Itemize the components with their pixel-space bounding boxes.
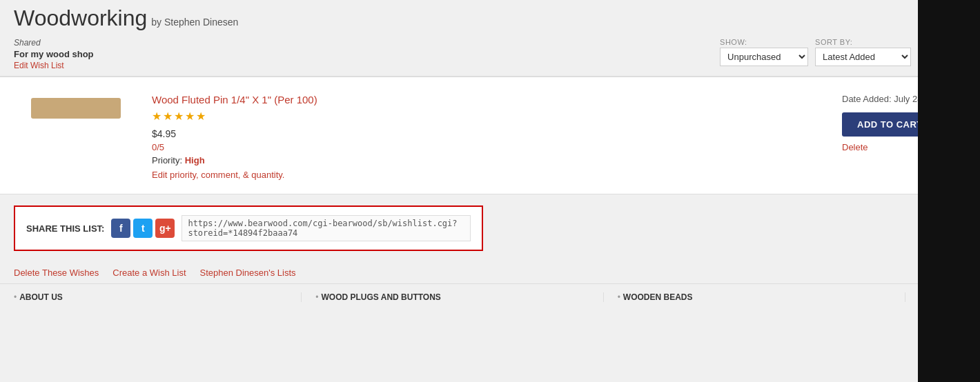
product-details: Wood Fluted Pin 1/4" X 1" (Per 100) ★★★★… — [152, 91, 828, 180]
other-lists-link[interactable]: Stephen Dinesen's Lists — [200, 268, 296, 278]
product-qty: 0/5 — [152, 142, 828, 152]
footer-col-about: ABOUT US — [14, 292, 302, 302]
product-image-area — [14, 91, 138, 125]
footer-about-link[interactable]: ABOUT US — [19, 292, 63, 302]
product-priority: Priority: High — [152, 155, 828, 165]
product-row: Wood Fluted Pin 1/4" X 1" (Per 100) ★★★★… — [14, 84, 966, 187]
edit-wish-list-link[interactable]: Edit Wish List — [14, 61, 94, 70]
twitter-icon[interactable]: t — [133, 219, 153, 238]
priority-label: Priority: — [152, 155, 182, 165]
show-select[interactable]: Unpurchased All Purchased — [720, 48, 808, 66]
footer-col-plugs: WOOD PLUGS AND BUTTONS — [302, 292, 603, 302]
product-name-link[interactable]: Wood Fluted Pin 1/4" X 1" (Per 100) — [152, 94, 828, 105]
sort-select[interactable]: Latest Added Price Low-High Price High-L… — [815, 48, 911, 66]
author-label: by Stephen Dinesen — [151, 17, 238, 28]
facebook-icon[interactable]: f — [111, 219, 130, 238]
products-section: Wood Fluted Pin 1/4" X 1" (Per 100) ★★★★… — [0, 77, 980, 194]
share-label: SHARE THIS LIST: — [26, 223, 104, 234]
shop-name: For my wood shop — [14, 49, 94, 59]
social-icons: f t g+ — [111, 219, 175, 238]
footer-section: ABOUT US WOOD PLUGS AND BUTTONS WOODEN B… — [0, 283, 980, 310]
footer-plugs-link[interactable]: WOOD PLUGS AND BUTTONS — [322, 292, 441, 302]
product-price: $4.95 — [152, 128, 828, 139]
shared-label: Shared — [14, 38, 94, 48]
googleplus-icon[interactable]: g+ — [155, 219, 175, 238]
product-stars: ★★★★★ — [152, 110, 828, 123]
show-label: SHOW: — [720, 38, 808, 46]
googleplus-label: g+ — [159, 223, 171, 234]
facebook-label: f — [119, 223, 123, 234]
twitter-label: t — [141, 223, 145, 234]
footer-beads-link[interactable]: WOODEN BEADS — [623, 292, 693, 302]
edit-priority-link[interactable]: Edit priority, comment, & quantity. — [152, 170, 284, 180]
product-image — [31, 98, 121, 119]
footer-item-beads: WOODEN BEADS — [618, 292, 891, 302]
delete-item-link[interactable]: Delete — [842, 142, 868, 152]
share-url[interactable]: https://www.bearwood.com/cgi-bearwood/sb… — [182, 215, 471, 241]
share-section: SHARE THIS LIST: f t g+ https://www.bear… — [14, 205, 483, 251]
priority-value: High — [185, 155, 205, 165]
delete-wishes-link[interactable]: Delete These Wishes — [14, 268, 99, 278]
footer-item-plugs: WOOD PLUGS AND BUTTONS — [315, 292, 589, 302]
footer-item-about: ABOUT US — [14, 292, 287, 302]
sort-label: SORT BY: — [815, 38, 911, 46]
bottom-links: Delete These Wishes Create a Wish List S… — [0, 262, 980, 283]
footer-col-beads: WOODEN BEADS — [604, 292, 905, 302]
create-wish-list-link[interactable]: Create a Wish List — [112, 268, 186, 278]
page-title: Woodworking — [14, 6, 147, 31]
